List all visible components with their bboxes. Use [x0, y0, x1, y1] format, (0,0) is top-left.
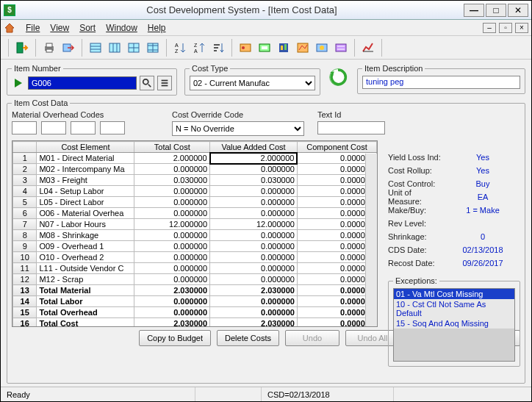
cell-total[interactable]: 0.000000: [134, 252, 210, 263]
cell-vac[interactable]: 0.000000: [210, 296, 298, 307]
cell-total[interactable]: 2.030000: [134, 318, 210, 328]
play-icon[interactable]: [12, 76, 25, 90]
list-icon[interactable]: [157, 76, 172, 90]
table-row[interactable]: 1M01 - Direct Material2.0000002.0000000.…: [13, 153, 377, 164]
cell-vac[interactable]: 0.000000: [210, 241, 298, 252]
cell-vac[interactable]: 0.000000: [210, 252, 298, 263]
cell-element[interactable]: M03 - Freight: [37, 175, 134, 186]
menu-file[interactable]: File: [21, 21, 44, 35]
cost-type-select[interactable]: 02 - Current Manufac: [190, 76, 315, 90]
cell-total[interactable]: 0.000000: [134, 208, 210, 219]
cell-element[interactable]: M12 - Scrap: [37, 274, 134, 285]
cell-vac[interactable]: 0.000000: [210, 186, 298, 197]
sort-asc-icon[interactable]: AZ: [171, 39, 189, 57]
cell-vac[interactable]: 0.000000: [210, 197, 298, 208]
cell-element[interactable]: O06 - Material Overhea: [37, 208, 134, 219]
cell-vac[interactable]: 0.030000: [210, 175, 298, 186]
tool-e-icon[interactable]: [313, 39, 331, 57]
row-num[interactable]: 5: [13, 197, 37, 208]
table-row[interactable]: 14Total Labor0.0000000.0000000.000000: [13, 296, 377, 307]
table-row[interactable]: 2M02 - Intercompany Ma0.0000000.0000000.…: [13, 164, 377, 175]
cell-vac[interactable]: 0.000000: [210, 263, 298, 274]
sort-desc-icon[interactable]: ZA: [190, 39, 208, 57]
grid-scrollbar[interactable]: [365, 154, 377, 326]
table-row[interactable]: 10O10 - Overhead 20.0000000.0000000.0000…: [13, 252, 377, 263]
cell-element[interactable]: M02 - Intercompany Ma: [37, 164, 134, 175]
tool-d-icon[interactable]: [294, 39, 312, 57]
grid4-icon[interactable]: [144, 39, 162, 57]
cell-total[interactable]: 0.000000: [134, 164, 210, 175]
col-element[interactable]: Cost Element: [37, 142, 134, 153]
table-row[interactable]: 13Total Material2.0300002.0300000.000000: [13, 285, 377, 296]
cell-total[interactable]: 12.000000: [134, 219, 210, 230]
exception-item[interactable]: 15 - Soq And Aoq Missing: [394, 318, 514, 329]
cell-element[interactable]: Total Overhead: [37, 307, 134, 318]
menu-view[interactable]: View: [46, 21, 73, 35]
cell-element[interactable]: L11 - Outside Vendor C: [37, 263, 134, 274]
minimize-button[interactable]: —: [464, 4, 484, 17]
table-row[interactable]: 4L04 - Setup Labor0.0000000.0000000.0000…: [13, 186, 377, 197]
cell-element[interactable]: M08 - Shrinkage: [37, 230, 134, 241]
row-num[interactable]: 11: [13, 263, 37, 274]
col-total[interactable]: Total Cost: [134, 142, 210, 153]
grid1-icon[interactable]: [87, 39, 104, 57]
cell-total[interactable]: 0.000000: [134, 241, 210, 252]
row-num[interactable]: 7: [13, 219, 37, 230]
mdi-restore[interactable]: ▫: [499, 23, 512, 33]
row-num[interactable]: 6: [13, 208, 37, 219]
copy-to-budget-button[interactable]: Copy to Budget: [139, 330, 211, 346]
search-icon[interactable]: [140, 76, 154, 90]
cell-element[interactable]: Total Labor: [37, 296, 134, 307]
chart-icon[interactable]: [359, 39, 377, 57]
undo-button[interactable]: Undo: [285, 330, 339, 346]
table-row[interactable]: 7N07 - Labor Hours12.00000012.0000000.00…: [13, 219, 377, 230]
maximize-button[interactable]: □: [486, 4, 506, 17]
moh-input-3[interactable]: [71, 121, 96, 134]
cost-grid[interactable]: Cost Element Total Cost Value Added Cost…: [12, 140, 378, 327]
home-icon[interactable]: [4, 22, 15, 34]
table-row[interactable]: 9O09 - Overhead 10.0000000.0000000.00000…: [13, 241, 377, 252]
print-icon[interactable]: [40, 39, 58, 57]
row-num[interactable]: 2: [13, 164, 37, 175]
moh-input-2[interactable]: [41, 121, 66, 134]
cell-total[interactable]: 0.000000: [134, 230, 210, 241]
row-num[interactable]: 4: [13, 186, 37, 197]
cell-vac[interactable]: 0.000000: [210, 208, 298, 219]
table-row[interactable]: 12M12 - Scrap0.0000000.0000000.000000: [13, 274, 377, 285]
table-row[interactable]: 5L05 - Direct Labor0.0000000.0000000.000…: [13, 197, 377, 208]
tool-c-icon[interactable]: [275, 39, 292, 57]
cell-element[interactable]: Total Material: [37, 285, 134, 296]
sort-rows-icon[interactable]: [209, 39, 227, 57]
table-row[interactable]: 11L11 - Outside Vendor C0.0000000.000000…: [13, 263, 377, 274]
col-comp[interactable]: Component Cost: [297, 142, 376, 153]
row-num[interactable]: 16: [13, 318, 37, 328]
cell-vac[interactable]: 2.000000: [210, 153, 298, 164]
grid3-icon[interactable]: [125, 39, 143, 57]
exception-item[interactable]: 01 - Va Mtl Cost Missing: [394, 289, 514, 299]
cell-element[interactable]: M01 - Direct Material: [37, 153, 134, 164]
moh-input-4[interactable]: [100, 121, 125, 134]
row-num[interactable]: 14: [13, 296, 37, 307]
menu-window[interactable]: Window: [101, 21, 142, 35]
delete-costs-button[interactable]: Delete Costs: [217, 330, 279, 346]
cell-total[interactable]: 0.000000: [134, 263, 210, 274]
cell-total[interactable]: 2.000000: [134, 153, 210, 164]
cell-total[interactable]: 0.000000: [134, 307, 210, 318]
cell-vac[interactable]: 0.000000: [210, 164, 298, 175]
row-num[interactable]: 3: [13, 175, 37, 186]
tool-f-icon[interactable]: [332, 39, 350, 57]
mdi-close[interactable]: ×: [515, 23, 528, 33]
cell-vac[interactable]: 0.000000: [210, 307, 298, 318]
col-rownum[interactable]: [13, 142, 37, 153]
tool-b-icon[interactable]: [256, 39, 273, 57]
row-num[interactable]: 1: [13, 153, 37, 164]
close-window-button[interactable]: ✕: [508, 4, 528, 17]
mdi-minimize[interactable]: –: [483, 23, 496, 33]
export-icon[interactable]: [60, 39, 77, 57]
cell-total[interactable]: 0.000000: [134, 186, 210, 197]
item-number-input[interactable]: [28, 76, 137, 90]
textid-input[interactable]: [317, 121, 385, 134]
cell-vac[interactable]: 2.030000: [210, 318, 298, 328]
cell-total[interactable]: 0.000000: [134, 296, 210, 307]
cell-element[interactable]: O09 - Overhead 1: [37, 241, 134, 252]
